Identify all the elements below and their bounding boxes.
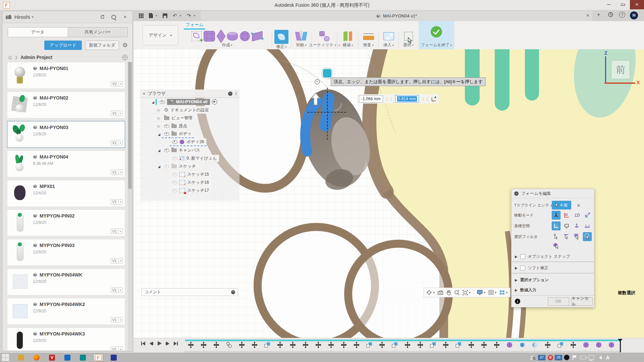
activate-component-radio[interactable] [212, 99, 217, 105]
move-mode-rotate-button[interactable] [573, 211, 581, 220]
web-globe-icon[interactable] [122, 55, 128, 60]
section-numeric-input[interactable]: ▶ 数値入力 [512, 286, 594, 294]
cylinder-primitive-icon[interactable] [227, 32, 238, 41]
timeline-item-scale[interactable] [452, 342, 465, 350]
version-dropdown[interactable]: V1 ▾ [111, 258, 123, 263]
tray-flag-icon[interactable] [571, 354, 578, 361]
version-dropdown[interactable]: V1 ▾ [111, 111, 123, 116]
tray-ime-indicator[interactable]: A [604, 354, 612, 361]
offset-y-field[interactable]: 0.814 mm [395, 95, 419, 103]
timeline-item-move[interactable] [350, 342, 363, 350]
group-label-insert[interactable]: 挿入 [383, 42, 394, 49]
tray-dark-circle-icon[interactable] [563, 354, 570, 361]
taskbar-teal-app-icon[interactable] [78, 354, 88, 361]
filter-face-button[interactable] [573, 232, 581, 241]
maximize-button[interactable]: ▭ [616, 0, 630, 9]
tray-red-status-icon[interactable]: ✲ [547, 354, 554, 361]
symmetry-icon[interactable] [296, 32, 307, 41]
fit-icon[interactable]: ▾ [463, 290, 471, 295]
space-view-button[interactable] [562, 222, 571, 230]
orbit-icon[interactable]: ▾ [426, 290, 435, 295]
visibility-eye-icon[interactable] [164, 148, 169, 152]
timeline-range-bar[interactable] [185, 340, 620, 341]
browser-row-canvas-item[interactable]: 9. 新マイぴょん [140, 154, 239, 162]
timeline-item-move[interactable] [184, 342, 197, 350]
edit-form-icon[interactable] [274, 30, 288, 44]
viewports-icon[interactable]: ▾ [499, 290, 507, 295]
timeline-item-move[interactable] [465, 342, 478, 350]
tab-close-icon[interactable]: × [586, 12, 589, 18]
utilities-icon[interactable] [319, 31, 329, 41]
step-forward-icon[interactable] [165, 341, 170, 346]
sphere-primitive-icon[interactable] [240, 31, 250, 41]
browser-row-doc-settings[interactable]: ▷ ⚙ドキュメントの設定 [140, 106, 239, 114]
dialog-header[interactable]: − フォームを編集 [512, 189, 594, 198]
taskbar-blue-app-icon[interactable] [62, 354, 72, 361]
browser-row-sketch17[interactable]: スケッチ17 [140, 186, 239, 194]
file-menu-icon[interactable]: ▾ [149, 13, 157, 18]
taskbar-photos-icon[interactable] [109, 354, 119, 361]
tray-volume-icon[interactable] [596, 354, 603, 361]
timeline-item-scale[interactable] [554, 342, 567, 350]
move-mode-point-button[interactable] [562, 211, 571, 220]
tray-battery-icon[interactable] [579, 354, 587, 361]
space-world-button[interactable] [552, 222, 560, 230]
dialog-collapse-icon[interactable]: − [514, 191, 519, 196]
version-dropdown[interactable]: V1 ▾ [111, 140, 123, 145]
timeline-item-move[interactable] [210, 342, 223, 350]
clear-selection-icon[interactable]: × [575, 202, 582, 208]
manipulator-center-handle[interactable] [322, 68, 332, 78]
section-soft-modification[interactable]: ▶ ソフト修正 [512, 263, 594, 272]
timeline-item-move[interactable] [312, 342, 325, 350]
scrollbar-thumb[interactable] [128, 62, 132, 189]
timeline-item-form[interactable] [592, 342, 605, 350]
version-dropdown[interactable]: V1 ▾ [111, 199, 123, 204]
tray-badge-37[interactable]: 37 [537, 354, 546, 361]
timeline-item-move[interactable] [490, 342, 503, 350]
timeline-item-scale[interactable] [363, 342, 376, 350]
timeline-item-move[interactable] [439, 342, 452, 350]
collapsed-icon[interactable]: ▷ [156, 124, 162, 128]
manipulator-arrow-up[interactable] [311, 92, 321, 106]
project-item[interactable]: MAI-PYON04 9:36:49 AM V1 ▾ [7, 150, 125, 177]
tab-data[interactable]: データ [8, 27, 68, 37]
section-object-snap[interactable]: ▶ オブジェクト スナップ [512, 252, 594, 261]
new-folder-button[interactable]: 新規フォルダ [85, 41, 119, 50]
drag-dots-icon[interactable]: ⋮⋮ [421, 97, 429, 102]
browser-row-root[interactable]: ◢ MAI-PYON04 v0 [140, 98, 239, 106]
minimize-button[interactable]: ─ [602, 0, 616, 9]
timeline-item-move[interactable] [401, 342, 414, 350]
timeline-item-move[interactable] [337, 342, 350, 350]
construct-icon[interactable] [343, 32, 353, 41]
pan-icon[interactable] [446, 290, 451, 295]
play-icon[interactable] [157, 341, 162, 346]
collapse-panel-icon[interactable]: « [143, 91, 145, 96]
offset-x-field[interactable]: -1.068 mm [359, 95, 383, 103]
project-item[interactable]: MYPYON-PIN04WK 12/9/20 V1 ▾ [7, 268, 125, 295]
upload-button[interactable]: アップロード [44, 41, 82, 50]
expand-triangle-icon[interactable]: ▶ [515, 288, 518, 292]
filter-edge-button[interactable] [562, 232, 571, 241]
new-tab-icon[interactable]: + [597, 12, 600, 18]
space-local-per-entity-button[interactable] [583, 222, 592, 230]
timeline-playhead[interactable] [620, 339, 621, 352]
comment-bar[interactable]: コメント − [142, 288, 238, 296]
ok-button[interactable]: OK [548, 297, 569, 306]
taskbar-fusion360-icon[interactable]: F [93, 354, 103, 361]
timeline-item-mirror[interactable] [529, 342, 541, 350]
browser-row-origin[interactable]: ▷ 原点 [140, 122, 239, 130]
timeline-item-move[interactable] [376, 342, 388, 350]
version-dropdown[interactable]: V1 ▾ [111, 317, 123, 322]
skip-start-icon[interactable] [141, 341, 146, 346]
expand-triangle-icon[interactable]: ▶ [515, 255, 518, 258]
help-icon[interactable]: ? [619, 12, 625, 18]
group-label-utilities[interactable]: ユーティリティ [309, 42, 340, 49]
timeline-item-scale[interactable] [427, 342, 439, 350]
app-grid-icon[interactable] [139, 13, 144, 18]
timeline-item-move[interactable] [567, 342, 580, 350]
save-icon[interactable] [163, 13, 167, 18]
expand-icon[interactable]: ◢ [156, 132, 162, 136]
group-label-create[interactable]: 作成 [222, 42, 232, 49]
zoom-icon[interactable] [454, 290, 460, 295]
manipulator-point-handle[interactable] [315, 79, 320, 84]
